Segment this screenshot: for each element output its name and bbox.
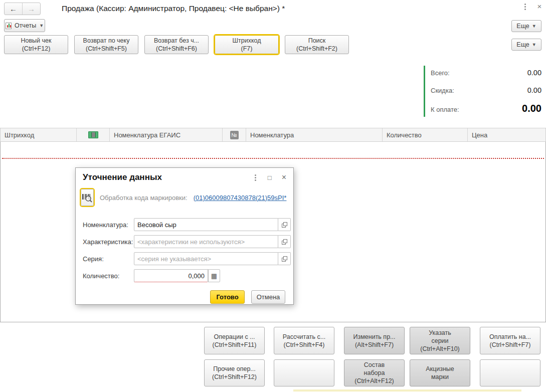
characteristic-label: Характеристика: xyxy=(83,238,134,246)
marking-code-link[interactable]: (01)06009807430878(21)59sPI* xyxy=(194,194,287,202)
series-open-button[interactable] xyxy=(278,252,291,265)
back-button[interactable]: ← xyxy=(5,3,23,15)
barcode-button[interactable]: Штрихкод (F7) xyxy=(215,35,279,54)
scan-barcode-button[interactable] xyxy=(81,189,94,206)
to-pay-label: К оплате: xyxy=(431,106,459,113)
calculate-button[interactable]: Рассчитать с... (Ctrl+Shift+F4) xyxy=(274,327,334,354)
empty-action-button[interactable] xyxy=(274,359,334,386)
button-label: Поиск xyxy=(308,37,326,45)
button-shortcut: (Ctrl+Shift+F5) xyxy=(86,45,127,53)
more-button-top[interactable]: Еще ▼ xyxy=(511,20,541,32)
totals-panel: Всего: 0.00 Скидка: 0.00 К оплате: 0.00 xyxy=(424,66,542,117)
calculator-icon: ▦ xyxy=(211,272,217,280)
to-pay-row: К оплате: 0.00 xyxy=(431,103,541,114)
egais-stamp-icon xyxy=(88,131,98,138)
more-button-commandbar[interactable]: Еще ▼ xyxy=(511,39,541,51)
barcode-scan-icon xyxy=(81,192,93,203)
required-row-indicator xyxy=(2,158,544,159)
column-barcode[interactable]: Штрихкод xyxy=(1,128,77,141)
marking-code-row: Обработка кода маркировки: (01)060098074… xyxy=(76,187,293,206)
close-icon: × xyxy=(282,173,286,181)
button-label: Новый чек xyxy=(21,37,52,45)
open-icon xyxy=(282,222,287,228)
return-without-receipt-button[interactable]: Возврат без ч... (Ctrl+Shift+F6) xyxy=(144,35,209,54)
items-table-header: Штрихкод Номенклатура ЕГАИС № Номенклату… xyxy=(0,128,546,142)
chevron-down-icon: ▼ xyxy=(532,41,536,49)
column-egais-mark[interactable] xyxy=(77,128,110,141)
characteristic-field[interactable] xyxy=(134,235,278,248)
history-nav: ← → xyxy=(4,3,41,15)
calculator-button[interactable]: ▦ xyxy=(208,269,220,282)
kit-contents-button[interactable]: Состав набора (Ctrl+Alt+F12) xyxy=(344,359,405,386)
button-label: Рассчитать с... xyxy=(283,333,325,341)
quantity-field[interactable] xyxy=(134,269,208,282)
dialog-titlebar: Уточнение данных □ × xyxy=(76,168,293,187)
column-egais-nomenclature[interactable]: Номенклатура ЕГАИС xyxy=(110,128,223,141)
button-shortcut: (Ctrl+F12) xyxy=(22,45,51,53)
pos-sale-window: ← → Продажа (Кассир: Администратор, Прод… xyxy=(0,0,546,392)
maximize-icon: □ xyxy=(268,174,272,181)
number-badge-icon: № xyxy=(230,131,239,139)
discount-value: 0.00 xyxy=(527,86,541,94)
dialog-menu-button[interactable] xyxy=(254,174,258,181)
focus-strip xyxy=(293,389,521,391)
report-chart-icon xyxy=(6,23,12,29)
button-shortcut: (Alt+Shift+F7) xyxy=(355,341,394,349)
button-shortcut: (Ctrl+Shift+F12) xyxy=(212,373,257,381)
dialog-close-button[interactable]: × xyxy=(282,173,286,182)
discount-row: Скидка: 0.00 xyxy=(431,86,541,94)
button-shortcut: (Ctrl+Shift+F11) xyxy=(213,341,257,349)
more-label: Еще xyxy=(516,22,529,30)
cancel-button[interactable]: Отмена xyxy=(251,290,285,304)
button-shortcut: (Ctrl+Alt+F12) xyxy=(354,377,394,385)
window-menu-button[interactable] xyxy=(521,3,528,11)
window-close-button[interactable]: × xyxy=(535,2,543,11)
nomenclature-field[interactable] xyxy=(134,218,278,231)
button-shortcut: (F7) xyxy=(241,45,253,53)
button-label: Изменить пр... xyxy=(353,333,396,341)
button-label: Акцизные марки xyxy=(426,365,454,381)
change-price-button[interactable]: Изменить пр... (Alt+Shift+F7) xyxy=(344,327,405,354)
search-button[interactable]: Поиск (Ctrl+Shift+F2) xyxy=(285,35,349,54)
forward-button[interactable]: → xyxy=(23,3,40,15)
new-receipt-button[interactable]: Новый чек (Ctrl+F12) xyxy=(4,35,68,54)
total-value: 0.00 xyxy=(527,69,541,77)
dialog-maximize-button[interactable]: □ xyxy=(268,174,272,181)
characteristic-open-button[interactable] xyxy=(278,235,291,248)
button-label: Штрихкод xyxy=(233,37,261,45)
set-series-button[interactable]: Указать серии (Ctrl+Alt+F10) xyxy=(410,327,470,354)
chevron-down-icon: ▼ xyxy=(532,22,536,30)
discount-label: Скидка: xyxy=(431,87,454,94)
dialog-footer: Готово Отмена xyxy=(76,286,293,304)
return-by-receipt-button[interactable]: Возврат по чеку (Ctrl+Shift+F5) xyxy=(74,35,138,54)
dialog-title: Уточнение данных xyxy=(83,172,254,182)
series-row: Серия: xyxy=(83,252,293,265)
column-nomenclature[interactable]: Номенклатура xyxy=(246,128,383,141)
marking-code-label: Обработка кода маркировки: xyxy=(100,194,188,202)
reports-button[interactable]: Отчеты ▼ xyxy=(4,19,45,32)
total-row: Всего: 0.00 xyxy=(431,69,541,77)
done-button[interactable]: Готово xyxy=(210,290,245,304)
column-price[interactable]: Цена xyxy=(468,128,545,141)
column-number[interactable]: № xyxy=(223,128,246,141)
button-shortcut: (Ctrl+Shift+F7) xyxy=(490,341,531,349)
series-field[interactable] xyxy=(134,252,278,265)
column-quantity[interactable]: Количество xyxy=(383,128,468,141)
other-operations-button[interactable]: Прочие опер... (Ctrl+Shift+F12) xyxy=(204,359,265,386)
characteristic-row: Характеристика: xyxy=(83,235,293,248)
button-shortcut: (Ctrl+Shift+F2) xyxy=(296,45,337,53)
button-shortcut: (Ctrl+Shift+F4) xyxy=(284,341,325,349)
reports-label: Отчеты xyxy=(15,22,36,30)
operations-with-button[interactable]: Операции с ... (Ctrl+Shift+F11) xyxy=(204,327,265,354)
to-pay-value: 0.00 xyxy=(522,103,541,114)
kebab-menu-icon xyxy=(524,4,526,5)
nomenclature-open-button[interactable] xyxy=(278,218,291,231)
nomenclature-label: Номенклатура: xyxy=(83,221,134,229)
quantity-row: Количество: ▦ xyxy=(83,269,293,282)
nomenclature-row: Номенклатура: xyxy=(83,218,293,231)
excise-stamps-button[interactable]: Акцизные марки xyxy=(410,359,470,386)
empty-action-button[interactable] xyxy=(480,359,540,386)
button-label: Указать серии xyxy=(429,329,451,345)
close-icon: × xyxy=(537,2,542,11)
pay-button[interactable]: Оплатить на... (Ctrl+Shift+F7) xyxy=(480,327,540,354)
